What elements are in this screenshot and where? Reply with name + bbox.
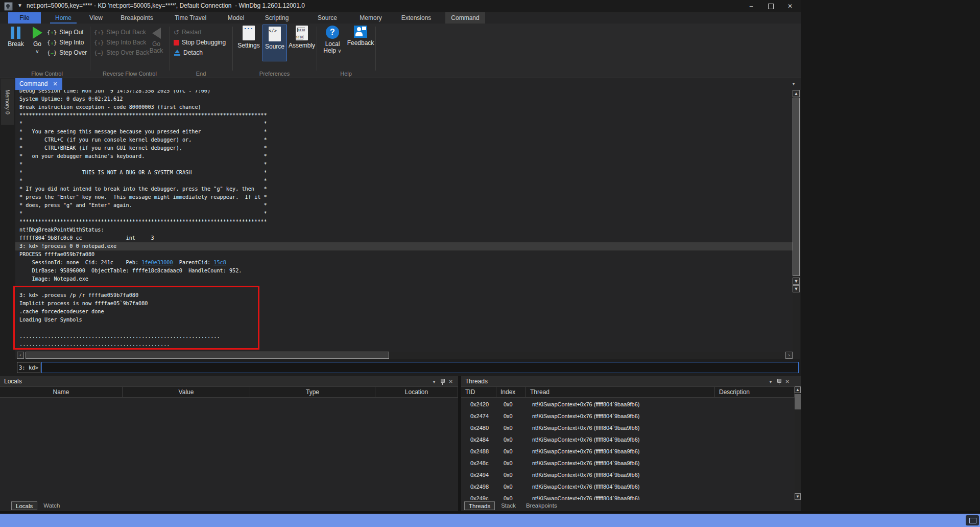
column-header-index[interactable]: Index xyxy=(496,387,526,397)
thread-row[interactable]: 0x24980x0nt!KiSwapContext+0x76 (fffff804… xyxy=(461,481,795,493)
scroll-to-bottom-icon[interactable]: ▼ xyxy=(793,285,800,292)
step-into-button[interactable]: {↓} Step Into xyxy=(47,38,84,47)
scroll-right-icon[interactable]: › xyxy=(785,352,793,359)
panel-close-icon[interactable]: ✕ xyxy=(449,379,453,384)
go-back-button[interactable]: Go Back xyxy=(145,28,168,54)
source-button[interactable]: </> Source xyxy=(262,25,287,61)
minimize-button[interactable]: – xyxy=(742,0,761,12)
chevron-down-icon: ∨ xyxy=(338,48,341,54)
panel-tab-locals[interactable]: Locals xyxy=(11,501,37,510)
tab-source[interactable]: Source xyxy=(313,12,342,24)
go-icon xyxy=(33,27,42,39)
panel-tab-watch[interactable]: Watch xyxy=(39,501,64,510)
dml-link[interactable]: 1fe0e33000 xyxy=(141,260,173,265)
detach-button[interactable]: Detach xyxy=(174,48,203,57)
thread-tid: 0x249c xyxy=(461,493,496,500)
thread-row[interactable]: 0x248c0x0nt!KiSwapContext+0x76 (fffff804… xyxy=(461,457,795,469)
scroll-down-icon[interactable]: ▼ xyxy=(793,278,800,285)
close-button[interactable]: ✕ xyxy=(780,0,800,12)
scroll-up-icon[interactable]: ▲ xyxy=(795,386,801,393)
step-out-back-button[interactable]: {↑} Step Out Back xyxy=(94,28,146,37)
feedback-button[interactable]: Feedback xyxy=(346,26,375,47)
column-header-location[interactable]: Location xyxy=(375,387,458,397)
step-over-back-button[interactable]: {→} Step Over Back xyxy=(94,48,149,57)
tab-extensions[interactable]: Extensions xyxy=(397,12,435,24)
tab-memory[interactable]: Memory xyxy=(355,12,386,24)
tab-home[interactable]: Home xyxy=(50,12,77,24)
thread-row[interactable]: 0x249c0x0nt!KiSwapContext+0x76 (fffff804… xyxy=(461,493,795,500)
step-over-icon: {→} xyxy=(47,50,57,56)
tab-view[interactable]: View xyxy=(86,12,106,24)
dml-link[interactable]: 15c8 xyxy=(213,260,226,265)
pin-icon[interactable] xyxy=(776,378,781,385)
panel-tab-stack[interactable]: Stack xyxy=(497,501,520,510)
quick-access-dropdown-icon[interactable]: ▼ xyxy=(17,3,22,8)
go-button[interactable]: Go ∨ xyxy=(29,27,46,54)
vertical-scroll-thumb[interactable] xyxy=(793,98,800,276)
thread-row[interactable]: 0x24800x0nt!KiSwapContext+0x76 (fffff804… xyxy=(461,422,795,434)
console-vertical-scrollbar[interactable]: ▲ ▼ ▼ xyxy=(793,90,800,359)
console-line: Debug session time: Mon Jun 9 14:37:28.3… xyxy=(15,90,793,95)
settings-button[interactable]: Settings xyxy=(236,26,261,49)
thread-row[interactable]: 0x24840x0nt!KiSwapContext+0x76 (fffff804… xyxy=(461,434,795,446)
tab-breakpoints[interactable]: Breakpoints xyxy=(115,12,158,24)
assembly-button[interactable]: 01101010 Assembly xyxy=(288,26,316,49)
maximize-button[interactable] xyxy=(761,0,780,12)
column-header-name[interactable]: Name xyxy=(0,387,123,397)
pin-icon[interactable] xyxy=(440,378,445,385)
detach-icon xyxy=(174,49,181,56)
memory-0-vertical-tab[interactable]: Memory 0 xyxy=(1,79,14,125)
column-header-value[interactable]: Value xyxy=(123,387,250,397)
column-header-tid[interactable]: TID xyxy=(461,387,496,397)
panel-menu-icon[interactable]: ▾ xyxy=(433,379,436,384)
column-header-thread[interactable]: Thread xyxy=(526,387,715,397)
threads-scroll-thumb[interactable] xyxy=(795,394,801,409)
panel-close-icon[interactable]: ✕ xyxy=(785,379,790,384)
assembly-icon: 01101010 xyxy=(296,26,308,40)
panel-tab-threads[interactable]: Threads xyxy=(464,501,495,510)
step-out-icon: {↑} xyxy=(47,29,57,36)
thread-row[interactable]: 0x24940x0nt!KiSwapContext+0x76 (fffff804… xyxy=(461,469,795,481)
threads-vertical-scrollbar[interactable]: ▲ ▼ xyxy=(795,386,801,500)
command-input[interactable] xyxy=(41,362,799,373)
column-header-description[interactable]: Description xyxy=(715,387,795,397)
kd-prompt-label: 3: kd> xyxy=(17,362,40,373)
thread-row[interactable]: 0x24880x0nt!KiSwapContext+0x76 (fffff804… xyxy=(461,446,795,457)
step-over-button[interactable]: {→} Step Over xyxy=(47,48,87,57)
scroll-left-icon[interactable]: ‹ xyxy=(17,352,24,359)
thread-description xyxy=(715,493,795,500)
thread-tid: 0x2420 xyxy=(461,399,496,410)
thread-row[interactable]: 0x24200x0nt!KiSwapContext+0x76 (fffff804… xyxy=(461,399,795,410)
step-out-button[interactable]: {↑} Step Out xyxy=(47,28,84,37)
panel-tab-breakpoints[interactable]: Breakpoints xyxy=(522,501,561,510)
restart-button[interactable]: ↺ Restart xyxy=(174,28,202,37)
thread-row[interactable]: 0x24740x0nt!KiSwapContext+0x76 (fffff804… xyxy=(461,410,795,422)
locals-body[interactable] xyxy=(0,398,458,500)
horizontal-scroll-thumb[interactable] xyxy=(26,352,389,359)
dock-menu-icon[interactable]: ▾ xyxy=(790,79,798,88)
console-horizontal-scrollbar[interactable]: ‹ › xyxy=(15,352,793,359)
chevron-down-icon[interactable]: ∨ xyxy=(35,50,39,54)
column-header-type[interactable]: Type xyxy=(250,387,375,397)
thread-index: 0x0 xyxy=(496,410,526,422)
tab-scripting[interactable]: Scripting xyxy=(258,12,295,24)
console-line: * If you did not intend to break into th… xyxy=(15,185,793,193)
scroll-up-icon[interactable]: ▲ xyxy=(793,90,800,97)
stop-debugging-button[interactable]: Stop Debugging xyxy=(174,38,226,47)
go-back-icon xyxy=(152,28,161,39)
command-tab-close-icon[interactable]: ✕ xyxy=(50,78,60,90)
step-into-back-button[interactable]: {↓} Step Into Back xyxy=(94,38,146,47)
tab-command[interactable]: Command xyxy=(445,12,485,24)
threads-body[interactable]: 0x24200x0nt!KiSwapContext+0x76 (fffff804… xyxy=(461,398,801,500)
group-label-reverse-flow-control: Reverse Flow Control xyxy=(90,71,170,78)
local-help-button[interactable]: ? Local Help ∨ xyxy=(321,26,344,54)
panel-menu-icon[interactable]: ▾ xyxy=(770,379,772,384)
tab-file[interactable]: File xyxy=(8,12,41,24)
tab-model[interactable]: Model xyxy=(223,12,249,24)
tray-window-icon[interactable] xyxy=(966,515,979,525)
break-button[interactable]: Break xyxy=(4,27,28,48)
scroll-down-icon[interactable]: ▼ xyxy=(795,493,801,500)
thread-tid: 0x248c xyxy=(461,457,496,469)
thread-thread: nt!KiSwapContext+0x76 (fffff804`9baa9fb6… xyxy=(526,446,715,457)
tab-time-travel[interactable]: Time Travel xyxy=(168,12,213,24)
